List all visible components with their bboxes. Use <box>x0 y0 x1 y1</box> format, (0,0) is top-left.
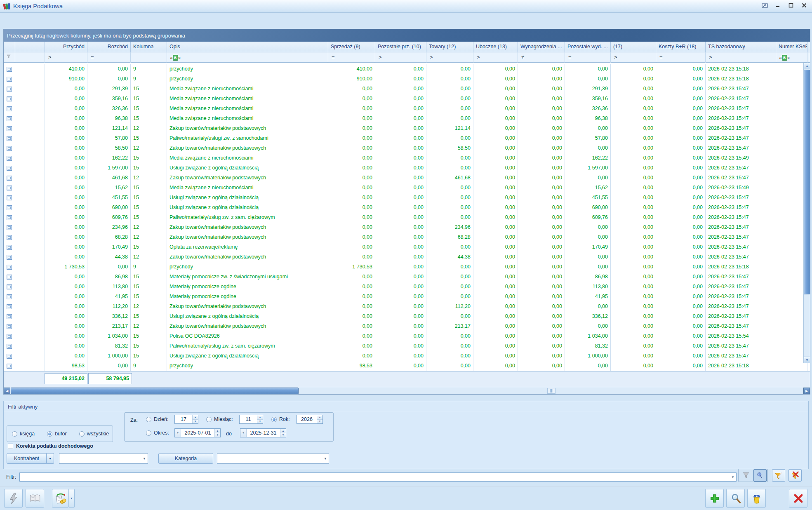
filter-row-funnel-icon[interactable] <box>4 52 15 63</box>
column-header[interactable]: Numer KSeF <box>776 42 807 52</box>
kontrahent-button[interactable]: Kontrahent <box>7 453 47 464</box>
calendar-dropdown-icon[interactable]: ▾ <box>175 429 181 437</box>
dzien-spinner[interactable]: 17 ▲▼ <box>174 415 198 424</box>
minimize-button[interactable] <box>774 2 781 9</box>
radio-dzien-item[interactable]: Dzień: <box>146 416 168 422</box>
spin-arrows-icon[interactable]: ▲▼ <box>214 429 220 437</box>
scroll-right-icon[interactable]: ▶ <box>803 388 810 394</box>
scope-option-wszystkie[interactable]: wszystkie <box>79 431 109 437</box>
open-book-button[interactable] <box>26 489 44 508</box>
table-row[interactable]: 0,00609,7615Paliwo/materiały/usług zw. z… <box>4 213 810 223</box>
row-indicator-cell[interactable] <box>4 292 15 302</box>
filter-operator[interactable]: > <box>426 52 473 63</box>
row-indicator-cell[interactable] <box>4 94 15 104</box>
column-header[interactable]: Przychód <box>45 42 87 52</box>
row-indicator-cell[interactable] <box>4 272 15 282</box>
filter-operator[interactable] <box>15 52 45 63</box>
kontrahent-split-button[interactable]: Kontrahent ▾ <box>7 453 54 464</box>
horizontal-scroll-thumb[interactable] <box>11 388 299 394</box>
row-select-icon[interactable] <box>7 96 12 101</box>
column-header[interactable]: Rozchód <box>87 42 131 52</box>
group-by-band[interactable]: Przeciągnij tutaj nagłówek kolumny, jeśl… <box>4 29 810 42</box>
filter-operator[interactable]: = <box>656 52 706 63</box>
row-indicator-cell[interactable] <box>4 252 15 262</box>
row-select-icon[interactable] <box>7 87 12 92</box>
kategoria-combo[interactable]: ▼ <box>217 453 329 464</box>
scroll-up-icon[interactable]: ▲ <box>804 63 810 69</box>
close-button[interactable] <box>800 2 808 9</box>
row-select-icon[interactable] <box>7 67 12 72</box>
row-indicator-cell[interactable] <box>4 143 15 153</box>
table-row[interactable]: 0,001 034,0015Polisa OC DOA829260,000,00… <box>4 331 810 341</box>
filter-funnel-button[interactable] <box>739 469 753 482</box>
dzien-radio[interactable] <box>146 417 151 422</box>
column-header[interactable]: Wynagrodzenia ... <box>518 42 565 52</box>
row-select-icon[interactable] <box>7 195 12 200</box>
księga-radio[interactable] <box>12 431 17 437</box>
row-indicator-cell[interactable] <box>4 302 15 312</box>
spin-arrows-icon[interactable]: ▲▼ <box>192 415 198 423</box>
filter-operator[interactable]: > <box>611 52 656 63</box>
table-row[interactable]: 0,00121,1412Zakup towarów/materiałów pod… <box>4 124 810 134</box>
filter-operator[interactable]: = <box>87 52 131 63</box>
filter-operator[interactable]: = <box>328 52 375 63</box>
book-posting-button[interactable] <box>4 489 23 508</box>
filter-operator[interactable]: > <box>375 52 426 63</box>
row-indicator-cell[interactable] <box>4 331 15 341</box>
scope-option-bufor[interactable]: bufor <box>47 431 67 437</box>
korekta-checkbox-item[interactable]: Korekta podatku dochodowego <box>8 443 93 449</box>
add-button[interactable] <box>705 489 724 508</box>
column-header[interactable]: TS bazodanowy <box>706 42 776 52</box>
chevron-down-icon[interactable]: ▼ <box>141 454 148 463</box>
row-select-icon[interactable] <box>7 126 12 131</box>
row-indicator-cell[interactable] <box>4 341 15 351</box>
table-row[interactable]: 0,00213,1712Zakup towarów/materiałów pod… <box>4 322 810 331</box>
row-indicator-cell[interactable] <box>4 262 15 272</box>
table-row[interactable]: 0,0096,3815Media związane z nieruchomośc… <box>4 114 810 124</box>
row-indicator-cell[interactable] <box>4 242 15 252</box>
table-row[interactable]: 1 730,530,009przychody1 730,530,000,000,… <box>4 262 810 272</box>
table-row[interactable]: 0,0041,9515Materiały pomocnicze ogólne0,… <box>4 292 810 302</box>
miesiac-spinner[interactable]: 11 ▲▼ <box>239 415 263 424</box>
column-header[interactable] <box>15 42 45 52</box>
row-indicator-cell[interactable] <box>4 104 15 114</box>
row-select-icon[interactable] <box>7 186 12 190</box>
filter-operator[interactable]: > <box>706 52 776 63</box>
bufor-radio[interactable] <box>47 431 52 437</box>
kontrahent-dropdown-icon[interactable]: ▾ <box>47 453 54 464</box>
filter-operator[interactable]: > <box>45 52 87 63</box>
row-indicator-cell[interactable] <box>4 282 15 292</box>
wszystkie-radio[interactable] <box>79 431 85 437</box>
filter-operator[interactable]: > <box>473 52 518 63</box>
column-header[interactable]: Kolumna <box>131 42 167 52</box>
fullscreen-icon[interactable] <box>761 2 768 9</box>
filter-operator[interactable]: ≠ <box>518 52 565 63</box>
table-row[interactable]: 0,0015,6215Media związane z nieruchomośc… <box>4 183 810 193</box>
korekta-checkbox[interactable] <box>8 444 13 449</box>
row-select-icon[interactable] <box>7 205 12 210</box>
filter-operator-abc[interactable]: aBc <box>167 52 328 63</box>
row-select-icon[interactable] <box>7 116 12 121</box>
construct-filter-button[interactable] <box>772 469 785 482</box>
scroll-left-icon[interactable]: ◀ <box>4 388 10 394</box>
table-row[interactable]: 0,0058,5012Zakup towarów/materiałów pods… <box>4 143 810 153</box>
row-select-icon[interactable] <box>7 156 12 161</box>
row-select-icon[interactable] <box>7 275 12 280</box>
row-select-icon[interactable] <box>7 136 12 141</box>
row-indicator-cell[interactable] <box>4 322 15 331</box>
table-row[interactable]: 0,00336,1215Usługi związane z ogólną dzi… <box>4 312 810 322</box>
row-indicator-cell[interactable] <box>4 124 15 134</box>
spin-arrows-icon[interactable]: ▲▼ <box>317 415 322 423</box>
row-select-icon[interactable] <box>7 284 12 289</box>
row-indicator-cell[interactable] <box>4 74 15 84</box>
row-select-icon[interactable] <box>7 344 12 349</box>
column-header[interactable]: Uboczne (13) <box>473 42 518 52</box>
okres-to-date[interactable]: ▾ 2025-12-31 ▲▼ <box>240 428 286 437</box>
rok-radio[interactable] <box>271 417 277 422</box>
chevron-down-icon[interactable]: ▼ <box>322 454 329 463</box>
row-indicator-cell[interactable] <box>4 213 15 223</box>
row-select-icon[interactable] <box>7 255 12 260</box>
row-indicator-cell[interactable] <box>4 114 15 124</box>
okres-from-date[interactable]: ▾ 2025-07-01 ▲▼ <box>174 428 221 437</box>
row-indicator-cell[interactable] <box>4 183 15 193</box>
